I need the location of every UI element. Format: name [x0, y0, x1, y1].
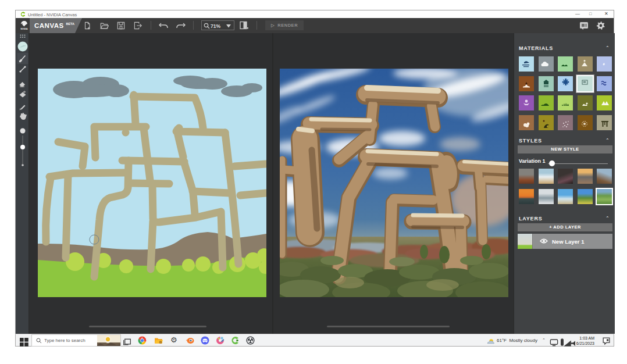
svg-text:NVIDIA: NVIDIA [20, 28, 28, 30]
